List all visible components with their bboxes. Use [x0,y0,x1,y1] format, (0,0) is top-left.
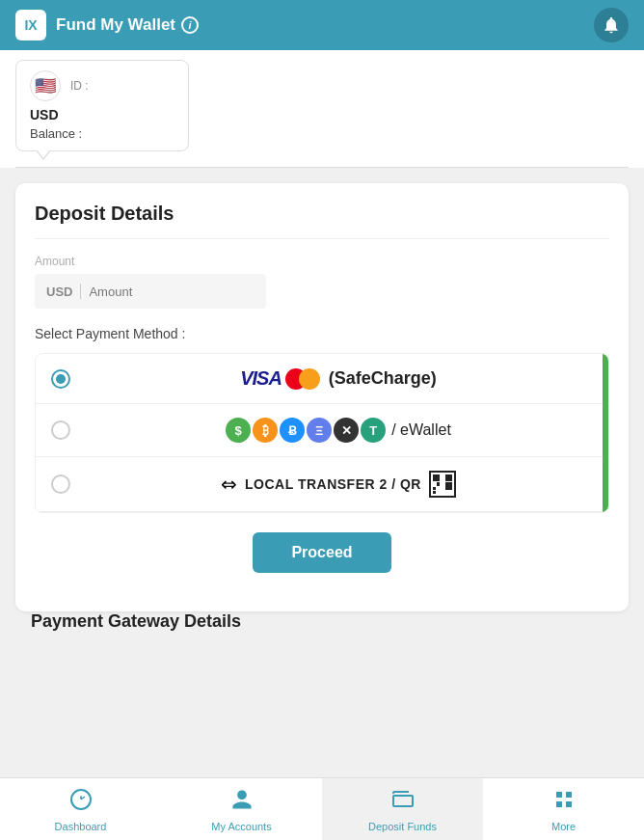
bitcoin-icon: ₿ [253,418,278,443]
notification-bell-button[interactable] [594,8,629,42]
main-content: Deposit Details Amount USD Select Paymen… [0,168,644,663]
amount-input-row: USD [35,274,266,309]
mc-orange-circle [299,368,320,390]
currency-id: ID : [70,79,89,93]
amount-label: Amount [35,255,609,268]
payment-gateway-title: Payment Gateway Details [15,611,629,647]
more-label: More [551,821,576,832]
radio-local[interactable] [51,474,70,494]
local-transfer-text: LOCAL TRANSFER 2 / QR [245,476,421,492]
dashboard-icon [69,788,93,817]
header-divider [15,167,629,168]
currency-flag: 🇺🇸 [30,70,61,101]
payment-options: VISA (SafeCharge) $ ₿ [35,353,609,513]
green-selection-bar [603,354,608,512]
deposit-card: Deposit Details Amount USD Select Paymen… [15,183,629,611]
amount-divider [80,284,81,299]
wallet-icon [391,788,415,817]
local-transfer-inner: ⇔ LOCAL TRANSFER 2 / QR [221,471,456,498]
my-accounts-label: My Accounts [211,821,271,832]
payment-option-visa[interactable]: VISA (SafeCharge) [36,354,608,404]
payment-option-local[interactable]: ⇔ LOCAL TRANSFER 2 / QR [36,457,608,512]
deposit-funds-label: Deposit Funds [368,821,437,832]
visa-text: VISA [240,367,282,390]
payment-option-ewallet[interactable]: $ ₿ Ƀ Ξ ✕ T / eWallet [36,404,608,457]
ewallet-label: / eWallet [391,421,451,439]
person-icon [230,788,254,817]
x-coin-icon: ✕ [334,418,359,443]
local-transfer-content: ⇔ LOCAL TRANSFER 2 / QR [84,471,593,498]
bitcoin-b-icon: Ƀ [280,418,305,443]
nav-dashboard[interactable]: Dashboard [0,778,161,840]
currency-top: 🇺🇸 ID : [30,70,174,101]
nav-more[interactable]: More [483,778,644,840]
bell-icon [602,15,621,35]
radio-visa[interactable] [51,369,70,389]
info-icon[interactable]: i [181,16,199,34]
grid-icon [552,788,576,817]
dollar-icon: $ [226,418,251,443]
currency-card[interactable]: 🇺🇸 ID : USD Balance : [15,60,189,151]
select-payment-label: Select Payment Method : [35,326,609,341]
safecharge-text: (SafeCharge) [324,368,437,389]
app-header: IX Fund My Wallet i [0,0,644,50]
bottom-nav: Dashboard My Accounts Deposit Funds More [0,777,644,840]
radio-dot [56,374,66,384]
radio-ewallet[interactable] [51,420,70,440]
app-logo: IX [15,10,46,41]
ethereum-icon: Ξ [307,418,332,443]
qr-icon [429,471,456,498]
ewallet-content: $ ₿ Ƀ Ξ ✕ T / eWallet [84,418,593,443]
mastercard-logo [285,368,320,390]
nav-deposit-funds[interactable]: Deposit Funds [322,778,483,840]
header-title: Fund My Wallet i [56,15,199,35]
proceed-button[interactable]: Proceed [253,532,390,573]
transfer-arrows-icon: ⇔ [221,473,237,496]
visa-content: VISA (SafeCharge) [84,367,593,390]
currency-card-section: 🇺🇸 ID : USD Balance : [0,50,644,168]
nav-my-accounts[interactable]: My Accounts [161,778,322,840]
amount-input[interactable] [89,285,255,299]
currency-name: USD [30,107,174,122]
t-coin-icon: T [361,418,386,443]
dashboard-label: Dashboard [55,821,107,832]
header-left: IX Fund My Wallet i [15,10,199,41]
deposit-title: Deposit Details [35,203,609,239]
amount-currency: USD [46,285,72,299]
ewallet-icons: $ ₿ Ƀ Ξ ✕ T [226,418,386,443]
currency-balance: Balance : [30,126,174,141]
